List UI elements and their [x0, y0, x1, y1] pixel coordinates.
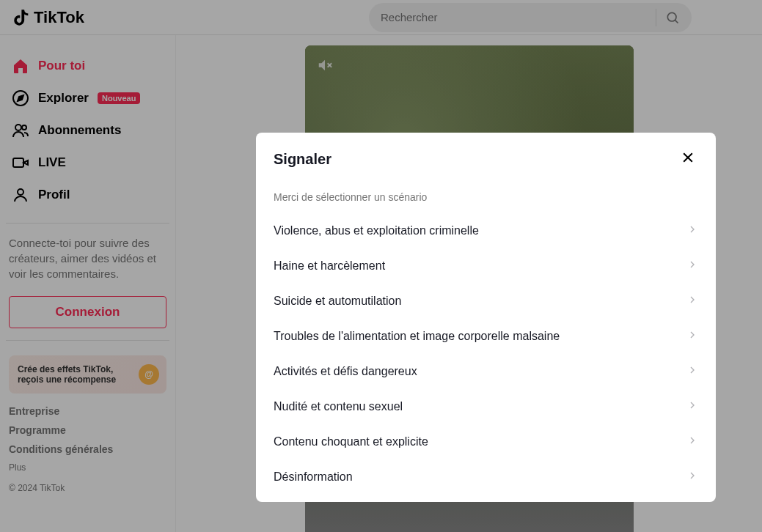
- chevron-right-icon: [686, 259, 698, 273]
- report-option[interactable]: Désinformation: [256, 459, 716, 495]
- report-option[interactable]: Activités et défis dangereux: [256, 354, 716, 389]
- close-icon: [681, 150, 695, 165]
- report-list: Violence, abus et exploitation criminell…: [256, 213, 716, 495]
- report-option-label: Haine et harcèlement: [274, 259, 385, 273]
- modal-body: Merci de sélectionner un scénario Violen…: [256, 185, 716, 502]
- chevron-right-icon: [686, 399, 698, 414]
- chevron-right-icon: [686, 294, 698, 309]
- report-option-label: Troubles de l'alimentation et image corp…: [274, 330, 560, 343]
- modal-header: Signaler: [256, 133, 716, 185]
- report-option[interactable]: Suicide et automutilation: [256, 284, 716, 319]
- close-button[interactable]: [678, 147, 698, 171]
- report-option-label: Nudité et contenu sexuel: [274, 400, 403, 413]
- report-option-label: Activités et défis dangereux: [274, 365, 417, 378]
- chevron-right-icon: [686, 223, 698, 238]
- report-option[interactable]: Nudité et contenu sexuel: [256, 389, 716, 424]
- chevron-right-icon: [686, 364, 698, 379]
- chevron-right-icon: [686, 435, 698, 449]
- report-option-label: Suicide et automutilation: [274, 295, 401, 308]
- report-option[interactable]: Haine et harcèlement: [256, 248, 716, 284]
- report-option[interactable]: Violence, abus et exploitation criminell…: [256, 213, 716, 248]
- modal-title: Signaler: [274, 151, 331, 168]
- report-option-label: Désinformation: [274, 470, 353, 484]
- report-option[interactable]: Troubles de l'alimentation et image corp…: [256, 319, 716, 354]
- report-option[interactable]: Contenu choquant et explicite: [256, 424, 716, 459]
- modal-subtitle: Merci de sélectionner un scénario: [256, 185, 716, 213]
- chevron-right-icon: [686, 470, 698, 484]
- report-modal: Signaler Merci de sélectionner un scénar…: [256, 133, 716, 502]
- report-option-label: Contenu choquant et explicite: [274, 435, 428, 448]
- chevron-right-icon: [686, 329, 698, 344]
- report-option-label: Violence, abus et exploitation criminell…: [274, 224, 479, 237]
